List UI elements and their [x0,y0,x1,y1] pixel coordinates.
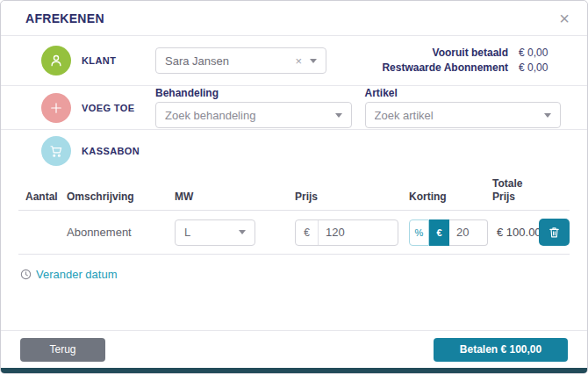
artikel-placeholder: Zoek artikel [375,109,545,122]
col-mw: MW [175,191,295,204]
restwaarde-value: € 0,00 [519,61,561,76]
cart-circle [41,136,71,166]
klant-section: KLANT Sara Jansen × Vooruit betaald € 0,… [1,36,587,86]
add-fields: Behandeling Zoek behandeling Artikel Zoe… [155,87,587,128]
verander-datum-label: Verander datum [36,268,118,281]
artikel-field: Artikel Zoek artikel [365,87,562,128]
dialog-footer: Terug Betalen € 100,00 [1,330,587,368]
chevron-down-icon [310,59,317,63]
chevron-down-icon [544,113,551,118]
customer-select-value: Sara Jansen [165,54,295,68]
col-totale-prijs: Totale Prijs [492,177,538,204]
mw-select[interactable]: L [175,219,255,246]
klant-label: KLANT [82,55,155,66]
chevron-down-icon [335,113,342,118]
currency-prefix: € [296,220,319,245]
add-circle [41,93,71,123]
korting-control: % € [409,219,492,246]
table-row: Abonnement L € % € € 100.00 [18,211,570,255]
row-omschrijving: Abonnement [67,226,175,239]
betalen-button[interactable]: Betalen € 100,00 [434,338,568,362]
shopping-cart-icon [48,143,64,159]
behandeling-field: Behandeling Zoek behandeling [155,87,352,128]
person-icon [48,53,64,68]
dialog-header: AFREKENEN × [1,1,587,36]
kassabon-label: KASSABON [82,146,155,156]
col-aantal: Aantal [25,191,67,204]
artikel-select[interactable]: Zoek artikel [365,102,562,128]
korting-input[interactable] [449,219,488,246]
kassabon-table: Aantal Omschrijving MW Prijs Korting Tot… [18,172,570,255]
close-icon[interactable]: × [559,10,570,27]
artikel-label: Artikel [365,87,562,99]
klant-summary: Vooruit betaald € 0,00 Restwaarde Abonne… [382,46,587,76]
customer-avatar [41,46,71,76]
behandeling-label: Behandeling [155,87,352,99]
vooruit-betaald-row: Vooruit betaald € 0,00 [382,46,561,61]
restwaarde-label: Restwaarde Abonnement [382,61,508,76]
delete-row-button[interactable] [539,219,570,246]
mw-select-value: L [184,226,239,239]
col-korting: Korting [409,191,492,204]
prijs-input-group: € [295,219,398,246]
voeg-toe-section: VOEG TOE Behandeling Zoek behandeling Ar… [1,86,587,130]
table-header-row: Aantal Omschrijving MW Prijs Korting Tot… [18,172,570,211]
clock-icon [20,269,32,280]
prijs-input[interactable] [319,226,396,239]
korting-percent-toggle[interactable]: % [409,219,429,246]
col-prijs: Prijs [295,191,409,204]
col-omschrijving: Omschrijving [67,191,175,204]
behandeling-placeholder: Zoek behandeling [165,109,335,122]
restwaarde-row: Restwaarde Abonnement € 0,00 [382,61,561,76]
afrekenen-dialog: AFREKENEN × KLANT Sara Jansen × Vooruit … [0,0,588,374]
row-totale-prijs: € 100.00 [492,226,538,239]
vooruit-betaald-label: Vooruit betaald [433,46,508,61]
kassabon-section: KASSABON [1,130,587,172]
trash-icon [548,226,561,239]
customer-select[interactable]: Sara Jansen × [155,47,326,74]
terug-button[interactable]: Terug [20,338,105,362]
behandeling-select[interactable]: Zoek behandeling [155,102,352,128]
chevron-down-icon [239,230,246,234]
vooruit-betaald-value: € 0,00 [519,46,561,61]
voeg-toe-label: VOEG TOE [82,103,155,113]
verander-datum-link[interactable]: Verander datum [20,268,118,281]
clear-icon[interactable]: × [295,54,302,68]
page-title: AFREKENEN [25,11,104,25]
dialog-bottom-edge [1,368,587,373]
korting-euro-toggle[interactable]: € [429,219,449,246]
plus-icon [48,100,64,116]
